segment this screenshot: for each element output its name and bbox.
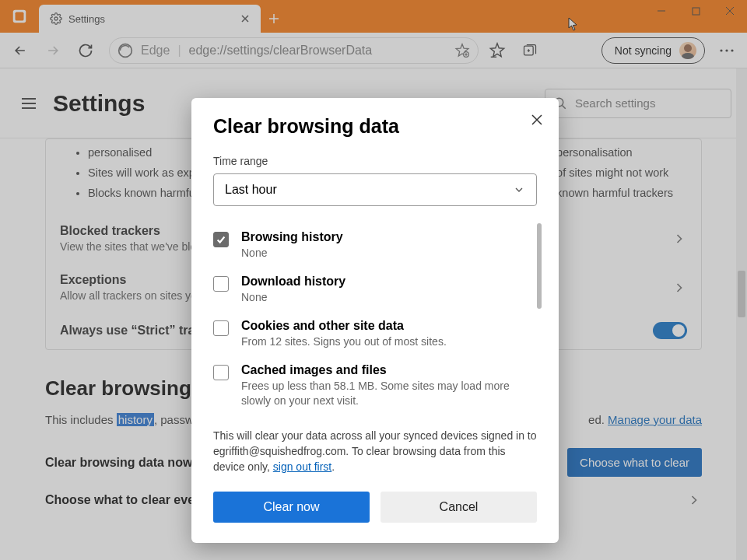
clear-data-dialog: Clear browsing data Time range Last hour… — [191, 98, 559, 543]
checkbox-browsing-history[interactable] — [213, 232, 229, 247]
sign-out-link[interactable]: sign out first — [273, 460, 331, 473]
option-download-history: Download history None — [213, 268, 524, 312]
clear-options-list: Browsing history None Download history N… — [213, 223, 537, 415]
dialog-note: This will clear your data across all you… — [213, 429, 537, 474]
option-cookies: Cookies and other site data From 12 site… — [213, 312, 524, 356]
dialog-actions: Clear now Cancel — [213, 492, 537, 523]
time-range-label: Time range — [213, 155, 537, 167]
checkbox-cookies[interactable] — [213, 320, 229, 336]
checkbox-download-history[interactable] — [213, 276, 229, 292]
cancel-button[interactable]: Cancel — [381, 492, 537, 523]
option-browsing-history: Browsing history None — [213, 223, 524, 268]
dialog-close-button[interactable] — [526, 109, 548, 131]
clear-now-button[interactable]: Clear now — [213, 492, 370, 523]
chevron-down-icon — [513, 184, 525, 196]
dialog-title: Clear browsing data — [213, 115, 537, 138]
time-range-value: Last hour — [225, 183, 277, 197]
options-scrollbar[interactable] — [537, 223, 542, 309]
checkbox-cached[interactable] — [213, 365, 229, 380]
option-cached: Cached images and files Frees up less th… — [213, 356, 524, 415]
time-range-select[interactable]: Last hour — [213, 173, 537, 206]
